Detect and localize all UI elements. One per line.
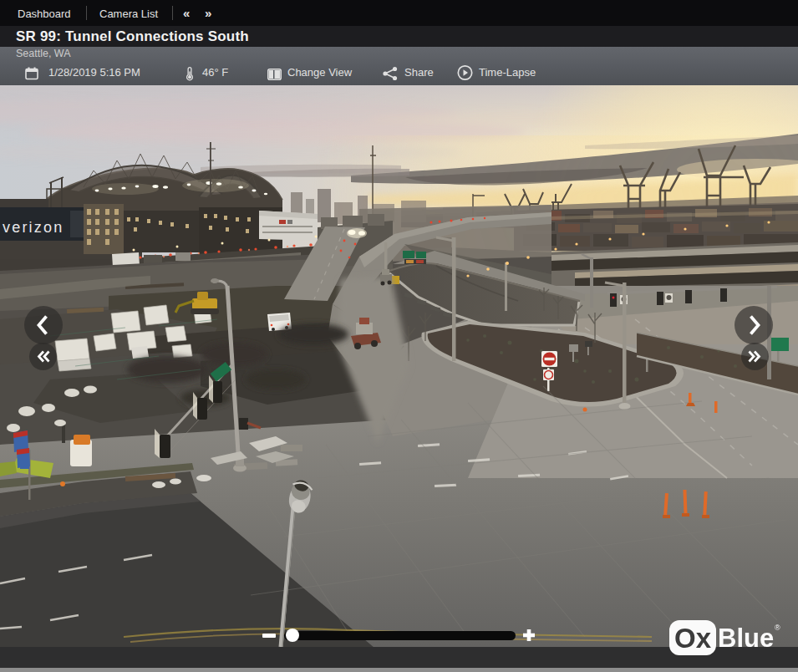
svg-text:®: ® [775,624,780,632]
svg-text:Ox: Ox [674,623,712,654]
svg-text:Blue: Blue [718,624,774,653]
svg-text:verizon: verizon [3,219,64,236]
